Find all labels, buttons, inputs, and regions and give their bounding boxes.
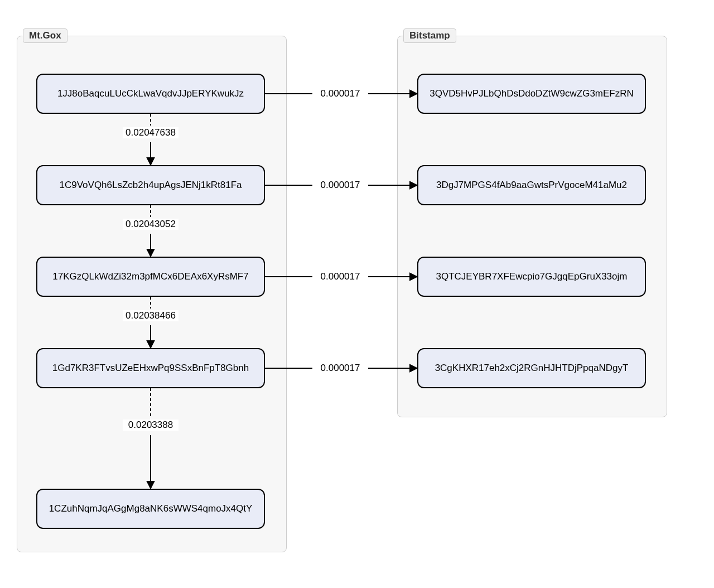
node-l5: 1CZuhNqmJqAGgMg8aNK6sWWS4qmoJx4QtY	[36, 489, 265, 529]
edge-label-h2: 0.000017	[312, 180, 368, 191]
edge-label-v3: 0.02038466	[123, 310, 178, 321]
group-mtgox-label: Mt.Gox	[23, 28, 67, 43]
edge-label-v1: 0.02047638	[123, 127, 178, 138]
edge-label-v2: 0.02043052	[123, 219, 178, 230]
edge-label-v4: 0.0203388	[123, 420, 178, 431]
node-l4: 1Gd7KR3FTvsUZeEHxwPq9SSxBnFpT8Gbnh	[36, 348, 265, 388]
node-l3: 17KGzQLkWdZi32m3pfMCx6DEAx6XyRsMF7	[36, 257, 265, 297]
node-r2: 3DgJ7MPGS4fAb9aaGwtsPrVgoceM41aMu2	[417, 165, 646, 205]
node-l2: 1C9VoVQh6LsZcb2h4upAgsJENj1kRt81Fa	[36, 165, 265, 205]
edge-label-h3: 0.000017	[312, 271, 368, 282]
diagram-canvas: Mt.Gox Bitstamp 1JJ8oBaqcuLUcCkLwaVqdvJJ…	[0, 0, 714, 588]
group-bitstamp-label: Bitstamp	[403, 28, 456, 43]
node-r4: 3CgKHXR17eh2xCj2RGnHJHTDjPpqaNDgyT	[417, 348, 646, 388]
node-r1: 3QVD5HvPJLbQhDsDdoDZtW9cwZG3mEFzRN	[417, 74, 646, 114]
node-l1: 1JJ8oBaqcuLUcCkLwaVqdvJJpERYKwukJz	[36, 74, 265, 114]
edge-label-h4: 0.000017	[312, 363, 368, 374]
node-r3: 3QTCJEYBR7XFEwcpio7GJgqEpGruX33ojm	[417, 257, 646, 297]
edge-label-h1: 0.000017	[312, 88, 368, 99]
